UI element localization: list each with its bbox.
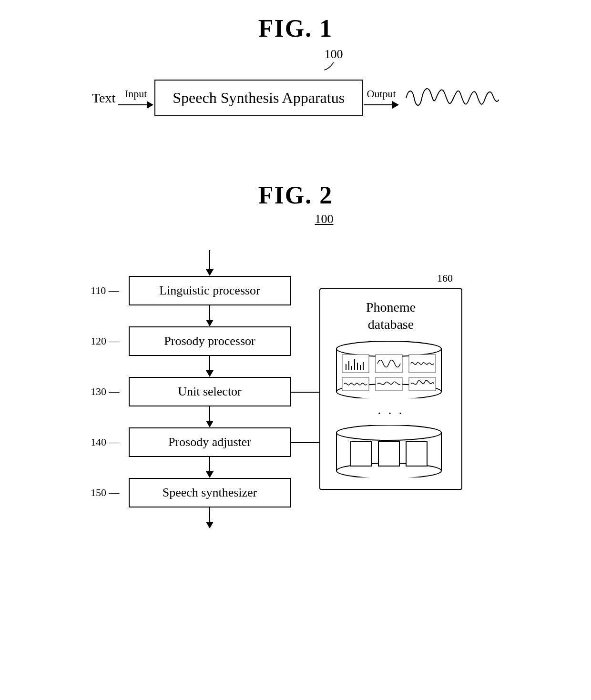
fig2-main: 110 — Linguistic processor 120 — Prosody… xyxy=(129,241,462,528)
flow-label-130: Unit selector xyxy=(178,385,242,398)
fig1-text-label: Text xyxy=(92,91,115,106)
fig2-label-100: 100 xyxy=(315,212,334,226)
fig1-apparatus-label: Speech Synthesis Apparatus xyxy=(173,89,345,106)
fig1-output-label: Output xyxy=(367,88,396,100)
fig1-input-label: Input xyxy=(125,88,147,100)
fig1-input-arrow xyxy=(118,101,153,109)
flow-box-140: Prosody adjuster xyxy=(129,427,291,457)
flow-item-120: 120 — Prosody processor xyxy=(129,326,291,356)
svg-rect-21 xyxy=(406,441,427,466)
fig2-title: FIG. 2 xyxy=(258,181,333,209)
lower-cylinder-svg xyxy=(332,425,446,477)
svg-rect-20 xyxy=(378,441,399,466)
flow-box-150: Speech synthesizer xyxy=(129,478,291,507)
fig2-section: FIG. 2 100 110 — Linguistic processor xyxy=(0,181,591,528)
flow-box-110: Linguistic processor xyxy=(129,276,291,305)
db-dots: · · · xyxy=(332,406,450,421)
upper-cylinder-svg xyxy=(332,341,446,398)
entry-arrow xyxy=(206,250,214,276)
flow-label-140: Prosody adjuster xyxy=(168,435,251,449)
svg-rect-15 xyxy=(409,377,436,391)
fig2-flow-column: 110 — Linguistic processor 120 — Prosody… xyxy=(129,250,291,528)
db-title-line2: database xyxy=(368,317,414,332)
flow-label-150: Speech synthesizer xyxy=(163,486,257,499)
db-title: Phoneme database xyxy=(332,299,450,334)
svg-point-1 xyxy=(336,341,441,356)
flow-label-110: Linguistic processor xyxy=(159,284,260,297)
fig1-title: FIG. 1 xyxy=(258,14,333,42)
flow-num-110: 110 — xyxy=(91,284,119,297)
flow-num-120: 120 — xyxy=(91,335,120,347)
db-title-line1: Phoneme xyxy=(366,300,416,314)
flow-box-130: Unit selector xyxy=(129,377,291,406)
flow-box-120: Prosody processor xyxy=(129,326,291,356)
flow-num-150: 150 — xyxy=(91,487,120,499)
fig1-wave xyxy=(404,81,499,115)
flow-num-130: 130 — xyxy=(91,386,120,398)
fig1-section: FIG. 1 100 Text Input Speech Synthesis A… xyxy=(0,14,591,116)
exit-arrow xyxy=(206,507,214,528)
svg-rect-3 xyxy=(342,355,369,373)
fig1-100-arrow xyxy=(319,61,348,71)
fig2-db-column: 160 Phoneme database xyxy=(319,288,462,490)
fig1-label-100: 100 xyxy=(325,47,343,61)
fig1-diagram: Text Input Speech Synthesis Apparatus Ou… xyxy=(92,80,499,116)
flow-item-140: 140 — Prosody adjuster xyxy=(129,427,291,457)
fig1-output-arrow xyxy=(364,101,399,109)
flow-item-130: 130 — Unit selector xyxy=(129,377,291,406)
flow-item-110: 110 — Linguistic processor xyxy=(129,276,291,305)
flow-num-140: 140 — xyxy=(91,436,120,448)
arrow-140-150 xyxy=(206,457,214,478)
fig2-label-160: 160 xyxy=(437,272,453,284)
arrow-130-140 xyxy=(206,406,214,427)
svg-rect-19 xyxy=(351,441,372,466)
phoneme-database-container: Phoneme database xyxy=(319,288,462,490)
arrow-110-120 xyxy=(206,305,214,326)
flow-label-120: Prosody processor xyxy=(164,334,255,348)
flow-item-150: 150 — Speech synthesizer xyxy=(129,478,291,507)
arrow-120-130 xyxy=(206,356,214,377)
fig1-apparatus-box: Speech Synthesis Apparatus xyxy=(154,80,363,116)
svg-point-17 xyxy=(336,425,441,440)
lower-cylinder xyxy=(332,425,450,479)
upper-cylinder xyxy=(332,341,450,400)
